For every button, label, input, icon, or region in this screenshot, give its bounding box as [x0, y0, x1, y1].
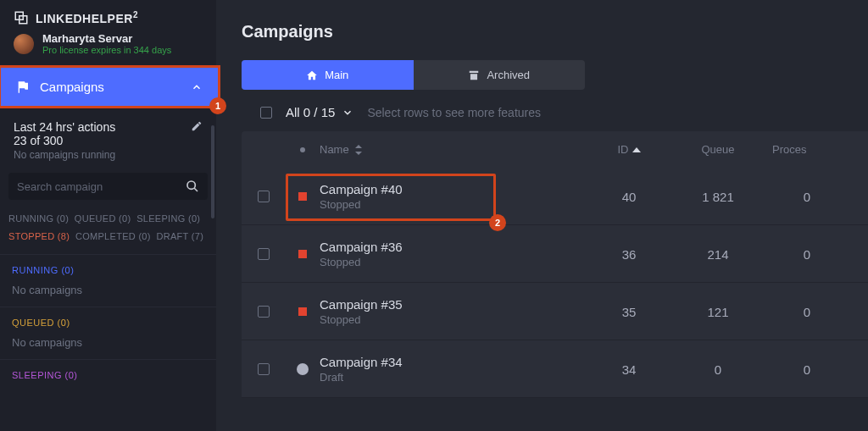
stats-block: Last 24 hrs' actions 23 of 300 No campai…: [0, 108, 216, 166]
selector-row: All 0 / 15 Select rows to see more featu…: [242, 105, 868, 131]
stats-counts: 23 of 300: [14, 134, 203, 147]
home-icon: [306, 69, 318, 81]
campaign-id: 34: [591, 362, 667, 377]
id-header[interactable]: ID: [591, 143, 667, 156]
campaign-processed: 0: [769, 247, 845, 262]
campaign-queue: 1 821: [667, 190, 769, 204]
queue-header[interactable]: Queue: [667, 143, 769, 156]
campaign-id: 40: [591, 190, 667, 204]
brand: LINKEDHELPER2: [0, 0, 216, 32]
filter-tags: RUNNING (0) QUEUED (0) SLEEPING (0) STOP…: [0, 207, 216, 254]
name-header[interactable]: Name: [320, 143, 591, 156]
select-all-checkbox[interactable]: [260, 107, 272, 119]
filter-completed[interactable]: COMPLETED (0): [75, 231, 151, 241]
running-label: RUNNING (0): [12, 265, 204, 275]
campaign-name: Campaign #34: [320, 355, 591, 369]
queued-empty: No campaigns: [12, 336, 204, 349]
table-row[interactable]: Campaign #40 Stopped 40 1 821 0 2: [242, 168, 868, 225]
status-header[interactable]: [286, 146, 320, 153]
tab-archived[interactable]: Archived: [414, 60, 586, 90]
flag-icon: [16, 80, 30, 94]
search-icon[interactable]: [186, 180, 199, 193]
campaign-id: 35: [591, 305, 667, 319]
processed-header[interactable]: Proces: [769, 143, 845, 156]
chevron-up-icon: [191, 81, 203, 93]
side-section-sleeping[interactable]: SLEEPING (0): [0, 359, 216, 390]
svg-marker-7: [632, 147, 641, 152]
filter-running[interactable]: RUNNING (0): [8, 213, 69, 224]
campaign-queue: 214: [667, 247, 769, 262]
svg-line-3: [194, 188, 198, 191]
license-text: Pro license expires in 344 days: [42, 45, 171, 55]
campaign-processed: 0: [769, 362, 845, 377]
svg-point-4: [300, 147, 305, 152]
page-title: Campaigns: [242, 22, 868, 41]
status-indicator: [298, 307, 307, 316]
status-indicator: [298, 250, 307, 258]
user-row[interactable]: Marharyta Servar Pro license expires in …: [0, 32, 216, 62]
campaign-queue: 121: [667, 305, 769, 319]
status-indicator: [298, 192, 307, 201]
filter-sleeping[interactable]: SLEEPING (0): [136, 213, 200, 224]
campaign-name: Campaign #36: [320, 240, 591, 254]
svg-marker-5: [355, 145, 362, 148]
archive-icon: [468, 69, 480, 81]
side-section-queued[interactable]: QUEUED (0) No campaigns: [0, 307, 216, 359]
search-input[interactable]: [17, 180, 186, 193]
campaign-name: Campaign #40: [320, 182, 591, 196]
sort-icon: [354, 145, 363, 155]
queued-label: QUEUED (0): [12, 318, 204, 328]
avatar: [14, 34, 34, 54]
chevron-down-icon: [342, 107, 353, 119]
nav-label: Campaigns: [40, 80, 104, 94]
table-row[interactable]: Campaign #36 Stopped 36 214 0: [242, 225, 868, 283]
campaign-processed: 0: [769, 190, 845, 204]
stats-title: Last 24 hrs' actions: [14, 120, 203, 134]
row-checkbox[interactable]: [258, 306, 270, 318]
filter-stopped[interactable]: STOPPED (8): [8, 231, 70, 241]
filter-queued[interactable]: QUEUED (0): [75, 213, 131, 224]
svg-marker-6: [355, 152, 362, 155]
svg-point-2: [187, 181, 195, 189]
row-checkbox[interactable]: [258, 191, 270, 202]
main-content: Campaigns Main Archived All 0 / 15 Selec…: [216, 0, 868, 431]
draft-icon: [297, 363, 309, 375]
sidebar: LINKEDHELPER2 Marharyta Servar Pro licen…: [0, 0, 216, 431]
search-input-wrap[interactable]: [8, 173, 208, 200]
campaigns-table: Name ID Queue Proces Campaign #40 Stoppe…: [242, 131, 868, 398]
tabs: Main Archived: [242, 60, 585, 90]
row-checkbox[interactable]: [258, 363, 270, 375]
tab-main-label: Main: [325, 69, 348, 81]
campaign-name: Campaign #35: [320, 297, 591, 312]
sort-asc-icon: [632, 147, 641, 152]
campaign-status: Draft: [320, 371, 591, 384]
campaign-status: Stopped: [320, 256, 591, 268]
row-checkbox[interactable]: [258, 248, 270, 260]
sidebar-scrollbar[interactable]: [211, 125, 214, 218]
table-row[interactable]: Campaign #35 Stopped 35 121 0: [242, 283, 868, 340]
tab-archived-label: Archived: [487, 69, 530, 81]
running-empty: No campaigns: [12, 284, 204, 296]
table-row[interactable]: Campaign #34 Draft 34 0 0: [242, 340, 868, 398]
brand-name: LINKEDHELPER2: [36, 10, 138, 25]
brand-icon: [14, 10, 29, 25]
side-section-running[interactable]: RUNNING (0) No campaigns: [0, 254, 216, 307]
sleeping-label: SLEEPING (0): [12, 370, 204, 380]
annotation-badge-2: 2: [489, 214, 506, 231]
selector-hint: Select rows to see more features: [367, 106, 541, 119]
tab-main[interactable]: Main: [242, 60, 414, 90]
campaign-queue: 0: [667, 362, 769, 377]
user-name: Marharyta Servar: [42, 32, 171, 45]
table-header: Name ID Queue Proces: [242, 131, 868, 168]
stats-note: No campaigns running: [14, 149, 203, 161]
select-all-label[interactable]: All 0 / 15: [286, 105, 353, 119]
filter-draft[interactable]: DRAFT (7): [156, 231, 203, 241]
campaign-processed: 0: [769, 305, 845, 319]
edit-icon[interactable]: [191, 120, 203, 132]
campaign-status: Stopped: [320, 198, 591, 211]
sidebar-item-campaigns[interactable]: Campaigns 1: [0, 65, 220, 108]
campaign-status: Stopped: [320, 313, 591, 326]
campaign-id: 36: [591, 247, 667, 262]
